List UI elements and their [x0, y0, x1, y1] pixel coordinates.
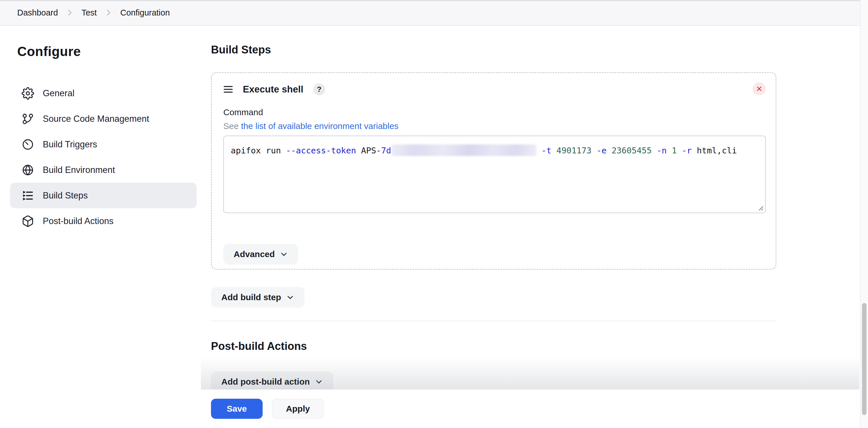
- page-title: Configure: [17, 44, 201, 59]
- apply-button[interactable]: Apply: [272, 399, 324, 419]
- sidebar-item-label: Build Environment: [43, 165, 115, 175]
- top-bar: Dashboard Test Configuration: [0, 0, 868, 26]
- close-icon: [756, 86, 763, 92]
- chevron-down-icon: [286, 293, 294, 301]
- footer-action-bar: Save Apply: [0, 390, 860, 428]
- env-variables-hint: See the list of available environment va…: [223, 121, 764, 131]
- code-token: apifox run: [231, 146, 286, 155]
- chevron-down-icon: [280, 250, 288, 258]
- code-token: 4901173: [551, 146, 592, 155]
- list-steps-icon: [22, 189, 34, 202]
- config-nav: General Source Code Management Build Tri…: [10, 80, 197, 234]
- sidebar-item-label: Post-build Actions: [43, 216, 113, 226]
- sidebar-item-label: Build Triggers: [43, 139, 97, 150]
- code-token: 1: [667, 146, 677, 155]
- command-label: Command: [223, 108, 764, 117]
- add-post-build-action-label: Add post-build action: [221, 377, 310, 387]
- globe-icon: [22, 164, 34, 176]
- code-token: 7d: [381, 146, 391, 155]
- hint-prefix: See: [223, 121, 239, 131]
- scrollbar-track[interactable]: [860, 0, 868, 428]
- advanced-button-label: Advanced: [234, 249, 275, 259]
- drag-handle-icon[interactable]: [223, 85, 233, 93]
- code-token: -n: [652, 146, 666, 155]
- env-variables-link[interactable]: the list of available environment variab…: [241, 121, 399, 131]
- command-textarea[interactable]: apifox run --access-token APS-7d -t 4901…: [223, 136, 766, 213]
- sidebar-item-label: Source Code Management: [43, 114, 149, 124]
- post-build-actions-heading: Post-build Actions: [211, 340, 868, 352]
- add-build-step-label: Add build step: [221, 292, 281, 302]
- build-step-card: Execute shell ? Command See the list of …: [211, 72, 776, 270]
- gear-icon: [22, 87, 34, 100]
- sidebar-item-label: General: [43, 88, 74, 98]
- delete-step-button[interactable]: [753, 82, 766, 95]
- add-post-build-action-button[interactable]: Add post-build action: [211, 371, 333, 392]
- sidebar-item-general[interactable]: General: [10, 80, 197, 106]
- config-sidebar: Configure General Source Code Management…: [0, 26, 201, 392]
- code-token: -t: [536, 146, 551, 155]
- chevron-down-icon: [315, 378, 323, 386]
- command-code-line: apifox run --access-token APS-7d -t 4901…: [231, 144, 758, 157]
- code-token: --access-token: [286, 146, 356, 155]
- build-steps-heading: Build Steps: [211, 44, 868, 56]
- code-token: APS-: [356, 146, 381, 155]
- clock-icon: [22, 138, 34, 151]
- chevron-right-icon: [65, 8, 74, 17]
- breadcrumb: Dashboard Test Configuration: [17, 8, 170, 18]
- sidebar-item-label: Build Steps: [43, 191, 88, 201]
- code-token: -r: [677, 146, 692, 155]
- add-build-step-button[interactable]: Add build step: [211, 287, 305, 308]
- sidebar-item-build-steps[interactable]: Build Steps: [10, 183, 197, 208]
- section-divider: [211, 320, 776, 321]
- breadcrumb-dashboard[interactable]: Dashboard: [17, 8, 58, 18]
- scrollbar-thumb[interactable]: [862, 303, 867, 415]
- package-icon: [22, 215, 34, 228]
- step-title: Execute shell: [243, 84, 303, 95]
- sidebar-item-build-environment[interactable]: Build Environment: [10, 157, 197, 183]
- advanced-button[interactable]: Advanced: [223, 244, 298, 264]
- code-token: -e: [592, 146, 607, 155]
- breadcrumb-test[interactable]: Test: [82, 8, 97, 18]
- git-branch-icon: [22, 113, 34, 125]
- save-button[interactable]: Save: [211, 399, 262, 419]
- sidebar-item-source-code-management[interactable]: Source Code Management: [10, 106, 197, 132]
- sidebar-item-post-build-actions[interactable]: Post-build Actions: [10, 208, 197, 234]
- code-token: 23605455: [607, 146, 652, 155]
- redacted-token-blur: [391, 144, 536, 156]
- code-token: html,cli: [692, 146, 737, 155]
- breadcrumb-configuration: Configuration: [120, 8, 170, 18]
- chevron-right-icon: [104, 8, 113, 17]
- resize-handle-icon[interactable]: [756, 204, 764, 211]
- main-content: Build Steps Execute shell ? Command See …: [201, 26, 868, 392]
- sidebar-item-build-triggers[interactable]: Build Triggers: [10, 132, 197, 157]
- help-button[interactable]: ?: [313, 83, 325, 95]
